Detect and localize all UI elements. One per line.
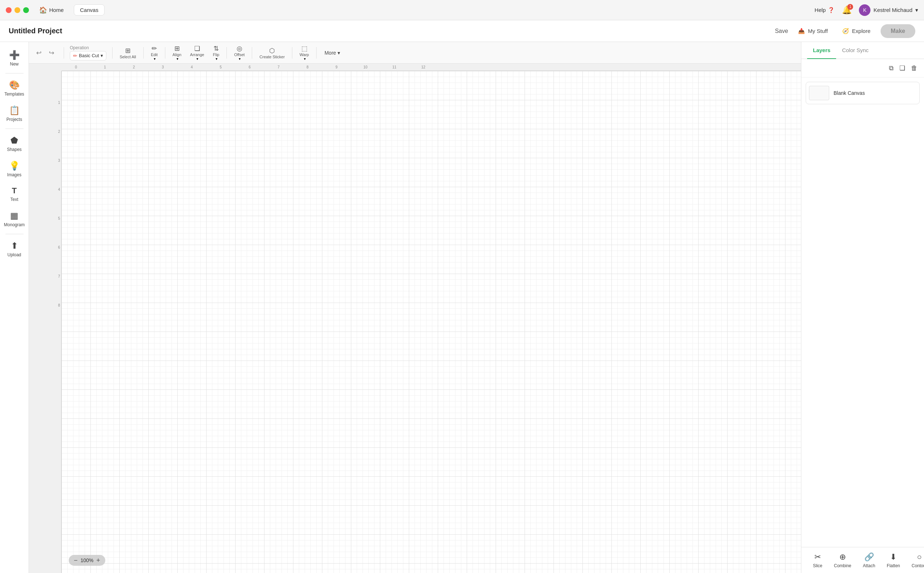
- sidebar-item-monogram[interactable]: ▦ Monogram: [2, 207, 27, 231]
- ruler-h-tick-3: 3: [148, 64, 177, 71]
- operation-label: Operation: [70, 45, 89, 50]
- compass-icon: 🧭: [842, 28, 849, 34]
- sidebar-item-templates-label: Templates: [4, 92, 24, 97]
- minimize-button[interactable]: [14, 7, 20, 13]
- sidebar-item-text[interactable]: T Text: [2, 182, 27, 206]
- slice-button[interactable]: ✂ Slice: [807, 550, 828, 571]
- layer-item-blank-canvas[interactable]: Blank Canvas: [806, 82, 920, 104]
- ruler-v-tick-3: 3: [29, 158, 61, 187]
- warp-chevron-icon: ▾: [304, 57, 306, 61]
- edit-button[interactable]: ✏ Edit ▾: [147, 43, 161, 62]
- upload-icon: ⬆: [11, 241, 18, 251]
- offset-button[interactable]: ◎ Offset ▾: [231, 43, 248, 62]
- bottom-toolbar: ✂ Slice ⊕ Combine 🔗 Attach ⬇ Flatten ○ C…: [801, 547, 924, 573]
- ruler-corner: [29, 64, 61, 71]
- home-tab-label: Home: [49, 7, 64, 13]
- my-stuff-label: My Stuff: [808, 28, 828, 34]
- layer-thumbnail: [809, 86, 829, 100]
- save-button[interactable]: Save: [775, 28, 788, 34]
- shapes-icon: ⬟: [11, 135, 18, 146]
- redo-button[interactable]: ↪: [46, 47, 57, 59]
- close-button[interactable]: [6, 7, 12, 13]
- more-label: More: [325, 50, 336, 56]
- toolbar: ↩ ↪ Operation ✏ Basic Cut ▾ ⊞ Select All…: [29, 42, 801, 64]
- tab-color-sync[interactable]: Color Sync: [836, 42, 874, 59]
- sidebar-item-shapes-label: Shapes: [7, 147, 22, 152]
- user-menu-button[interactable]: K Kestrel Michaud ▾: [859, 4, 918, 16]
- my-stuff-button[interactable]: 📥 My Stuff: [794, 25, 832, 37]
- zoom-out-button[interactable]: −: [74, 557, 78, 564]
- chevron-down-icon: ▾: [915, 7, 918, 13]
- create-sticker-button[interactable]: ⬡ Create Sticker: [256, 45, 288, 61]
- arrange-button[interactable]: ❏ Arrange ▾: [186, 43, 208, 62]
- zoom-controls: − 100% +: [69, 555, 105, 566]
- notification-button[interactable]: 🔔 1: [842, 5, 852, 15]
- sidebar-item-text-label: Text: [10, 197, 18, 202]
- combine-icon: ⊕: [839, 553, 846, 562]
- layer-action-duplicate-button[interactable]: ⧉: [887, 62, 896, 74]
- operation-select[interactable]: ✏ Basic Cut ▾: [70, 51, 106, 61]
- warp-button[interactable]: ⬚ Warp ▾: [296, 43, 312, 62]
- canvas-area: ↩ ↪ Operation ✏ Basic Cut ▾ ⊞ Select All…: [29, 42, 801, 573]
- app-header: Untitled Project Save 📥 My Stuff 🧭 Explo…: [0, 20, 924, 42]
- sidebar-item-upload[interactable]: ⬆ Upload: [2, 237, 27, 261]
- ruler-v-tick-5: 5: [29, 216, 61, 245]
- separator-7: [292, 47, 292, 59]
- select-all-label: Select All: [120, 55, 136, 59]
- notification-badge: 1: [847, 4, 853, 10]
- sidebar-divider-1: [5, 73, 23, 74]
- contour-icon: ○: [917, 553, 921, 562]
- ruler-h-tick-1: 1: [91, 64, 119, 71]
- ruler-v-tick-1: 1: [29, 100, 61, 129]
- arrange-chevron-icon: ▾: [197, 57, 198, 61]
- sidebar-item-shapes[interactable]: ⬟ Shapes: [2, 132, 27, 156]
- sidebar-item-projects[interactable]: 📋 Projects: [2, 102, 27, 125]
- canvas-grid[interactable]: [61, 71, 801, 573]
- tab-layers[interactable]: Layers: [807, 42, 836, 59]
- explore-button[interactable]: 🧭 Explore: [838, 25, 875, 37]
- canvas-tab-label: Canvas: [80, 7, 98, 13]
- sidebar-item-new[interactable]: ➕ New: [2, 46, 27, 70]
- select-all-button[interactable]: ⊞ Select All: [116, 45, 140, 61]
- more-button[interactable]: More ▾: [320, 48, 345, 58]
- combine-button[interactable]: ⊕ Combine: [828, 550, 857, 571]
- undo-button[interactable]: ↩: [33, 47, 45, 59]
- contour-button[interactable]: ○ Contour: [906, 550, 924, 571]
- project-title: Untitled Project: [9, 27, 62, 35]
- ruler-h-tick-2: 2: [119, 64, 148, 71]
- align-button[interactable]: ⊞ Align ▾: [169, 43, 185, 62]
- contour-label: Contour: [912, 563, 924, 568]
- help-icon: ❓: [828, 7, 835, 13]
- separator-8: [316, 47, 317, 59]
- sidebar: ➕ New 🎨 Templates 📋 Projects ⬟ Shapes 💡 …: [0, 42, 29, 573]
- sidebar-item-templates[interactable]: 🎨 Templates: [2, 77, 27, 100]
- undo-redo-group: ↩ ↪: [33, 47, 57, 59]
- attach-button[interactable]: 🔗 Attach: [857, 550, 881, 571]
- flatten-icon: ⬇: [890, 553, 896, 562]
- align-icon: ⊞: [174, 44, 180, 52]
- home-tab[interactable]: 🏠 Home: [33, 4, 69, 16]
- sidebar-item-new-label: New: [10, 61, 19, 67]
- canvas-tab[interactable]: Canvas: [74, 4, 105, 16]
- titlebar: 🏠 Home Canvas Help ❓ 🔔 1 K Kestrel Micha…: [0, 0, 924, 20]
- canvas-workspace[interactable]: 0 1 2 3 4 5 6 7 8 9 10 11 12 1 2 3 4: [29, 64, 801, 573]
- zoom-in-button[interactable]: +: [96, 557, 100, 564]
- separator-3: [143, 47, 144, 59]
- layer-action-delete-button[interactable]: 🗑: [909, 62, 920, 74]
- separator-5: [226, 47, 227, 59]
- sidebar-item-images[interactable]: 💡 Images: [2, 157, 27, 181]
- ruler-h-tick-5: 5: [206, 64, 235, 71]
- ruler-h-tick-10: 10: [351, 64, 380, 71]
- align-chevron-icon: ▾: [176, 57, 178, 61]
- layer-name: Blank Canvas: [833, 90, 865, 96]
- flip-button[interactable]: ⇅ Flip ▾: [209, 43, 223, 62]
- ruler-v-tick-4: 4: [29, 187, 61, 216]
- layer-action-copy-button[interactable]: ❏: [897, 62, 907, 74]
- help-button[interactable]: Help ❓: [815, 7, 835, 13]
- separator-2: [112, 47, 112, 59]
- sticker-icon: ⬡: [269, 47, 275, 55]
- maximize-button[interactable]: [23, 7, 29, 13]
- make-button[interactable]: Make: [880, 24, 915, 38]
- zoom-level: 100%: [81, 557, 94, 563]
- flatten-button[interactable]: ⬇ Flatten: [881, 550, 906, 571]
